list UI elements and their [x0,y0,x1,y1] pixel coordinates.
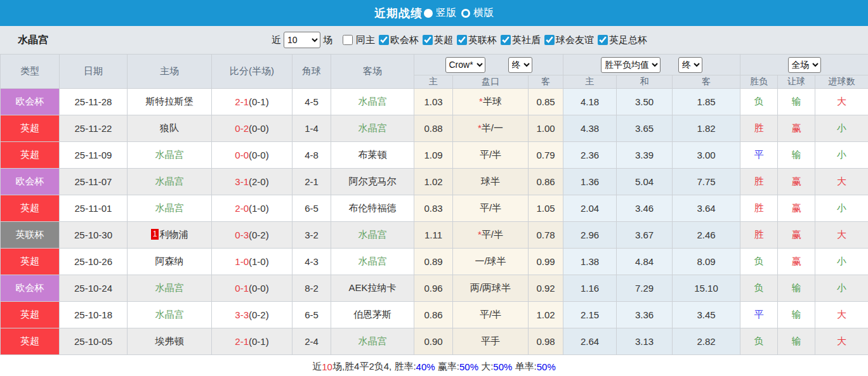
cell-goals-result: 小 [815,275,868,302]
odds-time-select[interactable]: 终 [508,57,532,73]
avg-draw-value: 3.36 [635,309,654,320]
cell-date: 25-10-18 [60,302,128,328]
filter-checkbox[interactable] [423,35,433,45]
filter-checkbox[interactable] [544,35,555,45]
cell-handicap: 平/半 [453,195,529,222]
cell-avg-away: 7.75 [673,169,740,195]
filter-checkbox[interactable] [379,35,389,45]
cell-handicap-result: 赢 [778,169,815,195]
cell-competition: 英超 [1,195,60,222]
odds-away-value: 0.78 [536,230,555,240]
avg-draw-value: 3.39 [635,150,654,160]
away-team-name: 水晶宫 [358,335,387,346]
cell-away-team: 伯恩茅斯 [331,302,414,328]
table-row: 英超25-11-01水晶宫2-0(1-0)6-5布伦特福德0.83平/半1.05… [1,195,868,222]
cell-date: 25-11-28 [60,89,128,115]
odds-home-value: 1.02 [424,176,442,187]
radio-selected-icon[interactable] [424,9,433,18]
result-text: 负 [754,96,764,107]
cell-home-team: 阿森纳 [128,249,212,275]
title-bar: 近期战绩 竖版横版 [0,0,868,26]
odds-away-value: 0.99 [536,256,555,267]
cell-away-team: 水晶宫 [331,328,414,355]
avg-type-select[interactable]: 胜平负均值 [601,57,661,73]
cell-score: 0-0(0-0) [212,142,293,169]
odds-company-select[interactable]: Crow* [445,57,485,73]
radio-unselected-icon[interactable] [461,9,470,18]
cell-corners: 3-2 [293,222,331,249]
halftime-score: (0-1) [249,96,269,107]
cell-goals-result: 小 [815,142,868,169]
filter-checkbox[interactable] [598,35,608,45]
cell-goals-result: 小 [815,249,868,275]
goals-result-text: 大 [837,176,846,186]
filter-label: 英足总杯 [609,34,647,46]
home-team-name: 水晶宫 [155,176,184,186]
cell-competition: 欧会杯 [1,275,60,302]
recent-count-select[interactable]: 10 [284,32,320,48]
away-team-name: 伯恩茅斯 [353,309,391,320]
filter-label: 同主 [356,34,375,46]
halftime-score: (0-0) [249,283,269,294]
filter-checkbox[interactable] [343,35,353,45]
avg-away-value: 1.82 [697,123,715,134]
home-team-name: 狼队 [160,122,179,133]
cell-away-team: 布伦特福德 [331,195,414,222]
subcolumn-avg-away: 客 [673,75,740,89]
cell-avg-draw: 3.36 [617,302,673,328]
odds-away-value: 0.92 [536,283,555,294]
cell-date: 25-11-01 [60,195,128,222]
cell-odds-away: 0.99 [529,249,563,275]
filter-item[interactable]: 英超 [420,34,453,46]
fulltime-score: 3-3 [235,309,249,320]
filter-item[interactable]: 英足总杯 [595,34,647,46]
cell-handicap-result: 输 [778,275,815,302]
cell-date: 25-10-05 [60,328,128,355]
cell-goals-result: 大 [815,222,868,249]
scope-select[interactable]: 全场 [788,57,821,73]
away-team-name: 水晶宫 [358,122,387,133]
filter-item[interactable]: 欧会杯 [376,34,419,46]
view-option-horizontal[interactable]: 横版 [461,6,494,20]
subcolumn-avg-home: 主 [563,75,617,89]
corners-text: 6-5 [305,203,319,214]
competition-badge: 欧会杯 [1,89,59,115]
filter-item[interactable]: 同主 [336,34,375,46]
avg-away-value: 15.10 [694,283,718,294]
filter-checkbox[interactable] [501,35,511,45]
cell-handicap: *半球 [453,89,529,115]
cell-home-team: 埃弗顿 [128,328,212,355]
summary-part: 10 [322,361,332,372]
filter-item[interactable]: 英联杯 [454,34,497,46]
cell-competition: 英超 [1,115,60,142]
avg-draw-value: 4.84 [635,256,654,267]
table-row: 欧会杯25-11-07水晶宫3-1(2-0)2-1阿尔克马尔1.02球半0.86… [1,169,868,195]
date-text: 25-11-28 [75,96,112,107]
filter-checkbox[interactable] [457,35,467,45]
cell-odds-away: 0.86 [529,169,563,195]
goals-result-text: 小 [837,202,846,213]
cell-score: 0-1(0-0) [212,275,293,302]
result-text: 平 [754,149,764,160]
avg-draw-value: 5.04 [635,176,654,187]
handicap-text: 平/半 [480,149,501,160]
handicap-result-text: 输 [792,96,801,107]
competition-badge: 英超 [1,302,59,328]
avg-away-value: 2.82 [697,336,715,347]
cell-goals-result: 小 [815,115,868,142]
handicap-result-text: 赢 [792,229,801,240]
cell-home-team: 1利物浦 [128,222,212,249]
neutral-ground-badge: 1 [151,229,159,240]
cell-avg-home: 2.36 [563,142,617,169]
competition-badge: 英超 [1,328,59,354]
filter-item[interactable]: 英社盾 [498,34,541,46]
cell-competition: 英超 [1,328,60,355]
avg-time-select[interactable]: 终 [678,57,702,73]
filter-item[interactable]: 球会友谊 [542,34,594,46]
subcolumn-goals: 进球数 [815,75,868,89]
goals-result-text: 小 [837,149,846,160]
cell-avg-draw: 5.04 [617,169,673,195]
cell-score: 2-1(0-1) [212,328,293,355]
view-option-vertical[interactable]: 竖版 [424,6,456,20]
fulltime-score: 2-1 [235,336,249,347]
